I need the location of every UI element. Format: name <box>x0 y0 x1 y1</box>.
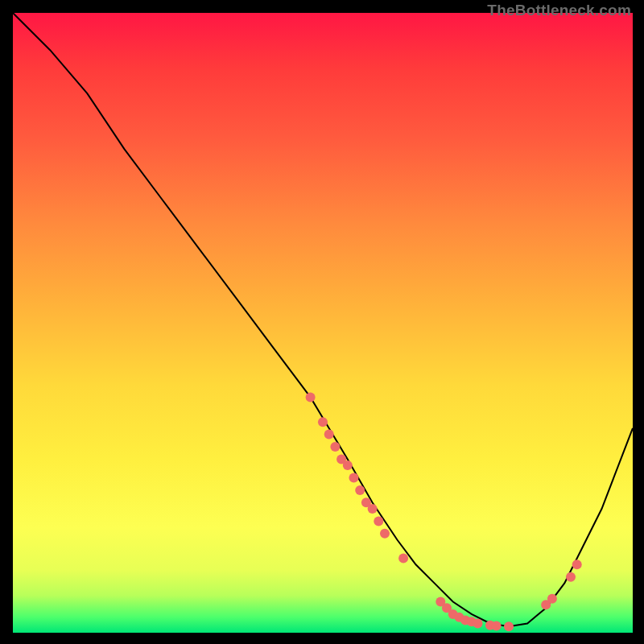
data-marker <box>547 594 557 604</box>
data-marker <box>380 529 390 539</box>
data-marker <box>330 442 340 452</box>
data-marker <box>398 554 408 564</box>
data-marker <box>349 473 358 482</box>
data-marker <box>492 621 502 631</box>
data-marker <box>318 417 328 427</box>
bottleneck-curve <box>13 13 633 626</box>
data-marker <box>324 430 334 440</box>
data-marker <box>374 516 383 526</box>
chart-svg <box>13 13 633 633</box>
data-marker <box>572 559 582 569</box>
data-marker <box>343 460 353 470</box>
data-marker <box>355 485 365 495</box>
data-marker <box>566 572 576 582</box>
chart-container: TheBottleneck.com <box>0 0 644 644</box>
data-markers <box>306 392 582 631</box>
data-marker <box>473 618 482 628</box>
data-marker <box>504 621 514 631</box>
data-marker <box>306 392 316 402</box>
data-marker <box>368 504 378 514</box>
